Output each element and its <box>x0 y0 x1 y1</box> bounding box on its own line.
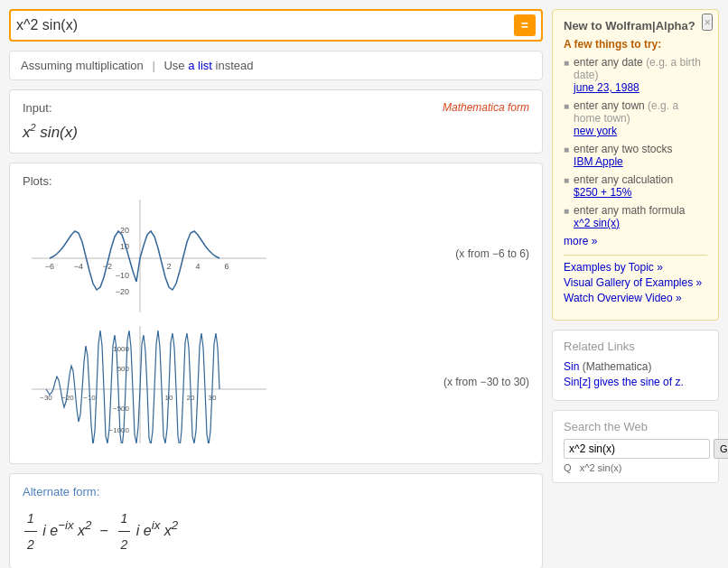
plot-label-2: (x from −30 to 30) <box>443 376 529 388</box>
try-label-stocks: enter any two stocks <box>574 143 672 155</box>
web-search-input-row: Go <box>564 439 707 459</box>
svg-text:−6: −6 <box>45 262 54 271</box>
bullet-icon: ■ <box>564 58 569 68</box>
try-item-stocks: ■ enter any two stocks IBM Apple <box>564 143 707 168</box>
alternate-form-math: 1 2 i e−ix x2 − 1 2 i eix x2 <box>23 506 529 557</box>
bullet-icon: ■ <box>564 206 569 216</box>
svg-text:2: 2 <box>166 262 171 271</box>
search-input[interactable] <box>16 17 514 33</box>
examples-by-topic-link[interactable]: Examples by Topic » <box>564 261 707 274</box>
svg-text:−1000: −1000 <box>109 426 130 434</box>
try-item-date: ■ enter any date (e.g. a birth date) jun… <box>564 56 707 94</box>
alternate-form-title: Alternate form: <box>23 485 529 498</box>
try-item-formula: ■ enter any math formula x^2 sin(x) <box>564 204 707 229</box>
assumption-bar: Assuming multiplication | Use a list ins… <box>9 51 543 80</box>
search-go-button[interactable]: = <box>514 14 536 36</box>
assumption-text: Assuming multiplication <box>21 59 144 72</box>
related-item-sin: Sin (Mathematica) <box>564 360 707 373</box>
svg-text:−20: −20 <box>61 394 74 402</box>
web-search-button[interactable]: Go <box>714 439 728 459</box>
input-math-display: x2 sin(x) <box>23 122 529 142</box>
plot-area-2: −30 −20 −10 10 20 30 1000 500 −500 −1000 <box>23 321 434 443</box>
try-example-calc[interactable]: $250 + 15% <box>574 186 673 199</box>
sidebar: × New to Wolfram|Alpha? A few things to … <box>552 9 719 568</box>
assumption-prefix: Use <box>163 59 184 72</box>
try-item-town: ■ enter any town (e.g. a home town) new … <box>564 99 707 137</box>
related-sin-desc-link[interactable]: Sin[z] gives the sine of z. <box>564 376 684 388</box>
new-to-wolfram-box: × New to Wolfram|Alpha? A few things to … <box>552 9 719 321</box>
bullet-icon: ■ <box>564 175 569 185</box>
try-label-calc: enter any calculation <box>574 173 673 186</box>
plot-label-1: (x from −6 to 6) <box>455 247 529 260</box>
svg-text:6: 6 <box>224 262 229 271</box>
input-pod-title: Input: Mathematica form <box>23 101 529 115</box>
related-sin-link[interactable]: Sin <box>564 360 579 373</box>
bullet-icon: ■ <box>564 101 569 111</box>
alternate-form-pod: Alternate form: 1 2 i e−ix x2 − 1 2 i ei… <box>9 473 543 568</box>
try-label-town: enter any town <box>574 99 645 112</box>
new-box-subtitle: A few things to try: <box>564 38 707 51</box>
plot-area-1: −6 −4 −2 2 4 6 20 10 −10 −20 <box>23 195 446 312</box>
related-links-box: Related Links Sin (Mathematica) Sin[z] g… <box>552 330 719 401</box>
web-search-title: Search the Web <box>564 420 707 433</box>
web-search-input[interactable] <box>564 439 710 459</box>
svg-text:−30: −30 <box>40 394 52 402</box>
watch-overview-link[interactable]: Watch Overview Video » <box>564 292 707 304</box>
plot-row-2: −30 −20 −10 10 20 30 1000 500 −500 −1000 <box>23 321 529 443</box>
more-link[interactable]: more » <box>564 235 707 247</box>
svg-text:−4: −4 <box>74 262 83 271</box>
plots-pod: Plots: −6 −4 −2 2 4 6 <box>9 163 543 464</box>
try-example-formula[interactable]: x^2 sin(x) <box>574 217 685 229</box>
try-item-calc: ■ enter any calculation $250 + 15% <box>564 173 707 199</box>
plot-svg-1: −6 −4 −2 2 4 6 20 10 −10 −20 <box>23 195 266 312</box>
plot-row-1: −6 −4 −2 2 4 6 20 10 −10 −20 <box>23 195 529 312</box>
mathematica-form-link[interactable]: Mathematica form <box>443 101 529 114</box>
assumption-separator: | <box>152 59 154 72</box>
svg-text:−20: −20 <box>116 287 129 296</box>
try-example-date[interactable]: june 23, 1988 <box>574 81 707 94</box>
try-example-stocks[interactable]: IBM Apple <box>574 155 672 168</box>
assumption-list-link[interactable]: a list <box>188 59 212 72</box>
try-example-town[interactable]: new york <box>574 125 707 137</box>
web-search-box: Search the Web Go Q x^2 sin(x) <box>552 410 719 483</box>
svg-text:−500: −500 <box>113 405 130 413</box>
bullet-icon: ■ <box>564 144 569 154</box>
plots-title: Plots: <box>23 174 529 188</box>
sidebar-links: Examples by Topic » Visual Gallery of Ex… <box>564 255 707 311</box>
new-box-title: New to Wolfram|Alpha? <box>564 19 707 33</box>
visual-gallery-link[interactable]: Visual Gallery of Examples » <box>564 276 707 289</box>
search-bar: = <box>9 9 543 42</box>
close-new-box-button[interactable]: × <box>702 14 713 31</box>
suggestion-text: Q x^2 sin(x) <box>564 462 707 473</box>
assumption-suffix: instead <box>216 59 254 72</box>
related-links-title: Related Links <box>564 340 707 353</box>
related-item-sin-desc: Sin[z] gives the sine of z. <box>564 376 707 388</box>
svg-text:−10: −10 <box>116 271 129 280</box>
try-label-date: enter any date <box>574 56 643 69</box>
svg-text:4: 4 <box>195 262 200 271</box>
plot-svg-2: −30 −20 −10 10 20 30 1000 500 −500 −1000 <box>23 321 266 443</box>
try-label-formula: enter any math formula <box>574 204 685 217</box>
input-pod: Input: Mathematica form x2 sin(x) <box>9 89 543 154</box>
main-content: = Assuming multiplication | Use a list i… <box>9 9 543 568</box>
svg-text:500: 500 <box>117 365 130 373</box>
related-sin-mathematica: (Mathematica) <box>583 360 652 373</box>
